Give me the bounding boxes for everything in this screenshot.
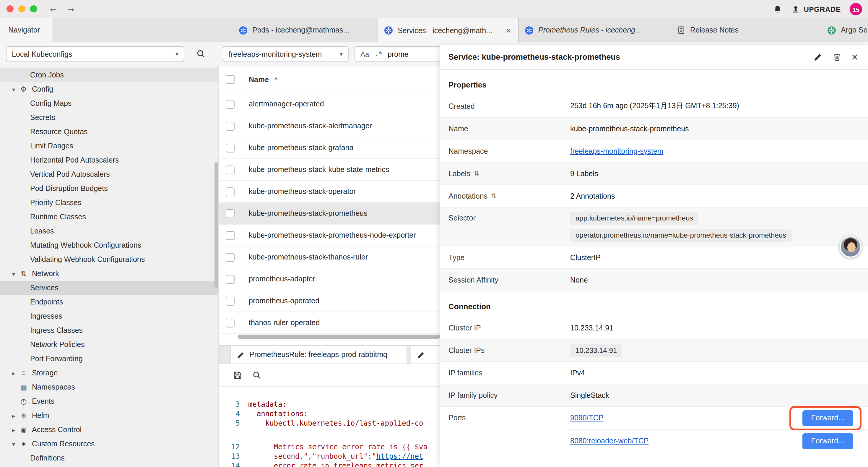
updown-icon: ⇅ [18,269,30,278]
table-row-prometheus-adapter[interactable]: prometheus-adapter [219,268,440,290]
table-row-alertmanager-operated[interactable]: alertmanager-operated [219,93,440,115]
sidebar-item-validating-webhook-configurations[interactable]: Validating Webhook Configurations [0,253,218,267]
sidebar-item-access-control[interactable]: ▸◉Access Control [0,423,218,437]
sidebar-item-resource-quotas[interactable]: Resource Quotas [0,125,218,139]
table-row-thanos-ruler-operated[interactable]: thanos-ruler-operated [219,312,440,334]
row-checkbox[interactable] [226,274,235,284]
regex-toggle[interactable]: .* [374,50,382,58]
detail-link-freeleaps-monitoring-system[interactable]: freeleaps-monitoring-system [570,147,663,155]
row-checkbox[interactable] [226,318,235,327]
namespace-select[interactable]: freeleaps-monitoring-system ▾ [223,46,349,62]
sidebar-item-endpoints[interactable]: Endpoints [0,295,218,309]
sort-updown-icon[interactable]: ⇅ [491,192,496,200]
chevron-down-icon[interactable]: ▾ [9,270,18,277]
tab-services-icecheng-math[interactable]: Services - icecheng@math...× [378,18,519,42]
sidebar-item-limit-ranges[interactable]: Limit Ranges [0,139,218,153]
row-checkbox[interactable] [226,143,235,152]
sidebar-item-config[interactable]: ▾⚙Config [0,82,218,96]
bell-icon[interactable] [773,4,782,14]
chevron-right-icon[interactable]: ▸ [9,370,18,376]
editor-search-icon[interactable] [252,371,261,380]
tab-prometheus-rules-icecheng[interactable]: Prometheus Rules - icecheng... [519,18,671,42]
table-row-kube-prometheus-stack-prometheus[interactable]: kube-prometheus-stack-prometheus [219,203,440,225]
table-row-kube-prometheus-stack-grafana[interactable]: kube-prometheus-stack-grafana [219,137,440,159]
sidebar-item-runtime-classes[interactable]: Runtime Classes [0,210,218,224]
port-link-9090-tcp[interactable]: 9090/TCP [570,414,603,422]
row-checkbox[interactable] [226,99,235,109]
table-row-kube-prometheus-stack-operator[interactable]: kube-prometheus-stack-operator [219,181,440,203]
notification-badge[interactable]: 15 [850,3,862,16]
folded-region[interactable] [219,428,440,442]
forward-button-9090-tcp[interactable]: Forward... [802,410,853,426]
match-case-toggle[interactable]: Aa [361,50,369,58]
sidebar-item-custom-resources[interactable]: ▾∗Custom Resources [0,437,218,451]
table-row-kube-prometheus-stack-kube-state-metrics[interactable]: kube-prometheus-stack-kube-state-metrics [219,159,440,181]
sidebar-item-config-maps[interactable]: Config Maps [0,96,218,111]
table-row-kube-prometheus-stack-alertmanager[interactable]: kube-prometheus-stack-alertmanager [219,115,440,137]
row-checkbox[interactable] [226,253,235,262]
table-search-input[interactable]: Aa .* prome [354,46,442,62]
sidebar-item-mutating-webhook-configurations[interactable]: Mutating Webhook Configurations [0,238,218,253]
table-row-kube-prometheus-stack-prometheus-node-exporter[interactable]: kube-prometheus-stack-prometheus-node-ex… [219,225,440,246]
select-all-checkbox[interactable] [226,75,235,84]
upgrade-button[interactable]: UPGRADE [791,5,841,13]
row-checkbox[interactable] [226,121,235,130]
sidebar-item-events[interactable]: ◷Events [0,394,218,408]
navigator-panel-tab[interactable]: Navigator [0,18,53,42]
sidebar-item-ingress-classes[interactable]: Ingress Classes [0,323,218,338]
back-icon[interactable]: ← [49,3,58,13]
close-icon[interactable]: × [851,52,858,63]
sort-updown-icon[interactable]: ⇅ [474,170,479,177]
sidebar-search-icon[interactable] [196,49,206,59]
delete-icon[interactable] [833,53,841,61]
sidebar-item-ingresses[interactable]: Ingresses [0,309,218,323]
window-minimize-button[interactable] [18,5,25,12]
tab-argo-se[interactable]: Argo Se [821,18,868,42]
sidebar-item-secrets[interactable]: Secrets [0,111,218,125]
row-checkbox[interactable] [226,187,235,196]
kubeconfig-select[interactable]: Local Kubeconfigs ▾ [6,46,184,62]
assistant-avatar[interactable] [840,236,862,258]
sidebar-item-port-forwarding[interactable]: Port Forwarding [0,352,218,366]
tab-close-icon[interactable]: × [505,25,512,35]
chevron-down-icon[interactable]: ▾ [9,86,18,92]
tab-pods-icecheng-mathmas[interactable]: Pods - icecheng@mathmas... [233,18,378,42]
horizontal-scrollbar[interactable] [238,334,440,339]
row-checkbox[interactable] [226,231,235,240]
sidebar-item-definitions[interactable]: Definitions [0,451,218,465]
forward-icon[interactable]: → [66,3,75,13]
edit-icon[interactable] [814,53,823,61]
sidebar-item-vertical-pod-autoscalers[interactable]: Vertical Pod Autoscalers [0,167,218,181]
port-link-8080-reloader-web-tcp[interactable]: 8080:reloader-web/TCP [570,437,649,445]
sidebar-item-services[interactable]: Services [0,281,218,295]
sidebar-item-network[interactable]: ▾⇅Network [0,267,218,281]
chevron-right-icon[interactable]: ▸ [9,412,18,419]
sidebar-item-network-policies[interactable]: Network Policies [0,338,218,352]
sidebar-item-helm[interactable]: ▸⎈Helm [0,408,218,423]
tab-release-notes[interactable]: Release Notes [671,18,821,42]
name-column-header[interactable]: Name [249,76,269,84]
sidebar-scrollbar[interactable] [215,162,218,288]
sidebar-item-storage[interactable]: ▸≡Storage [0,366,218,380]
row-checkbox[interactable] [226,209,235,218]
window-close-button[interactable] [6,5,13,12]
save-icon[interactable] [233,370,242,380]
table-row-kube-prometheus-stack-thanos-ruler[interactable]: kube-prometheus-stack-thanos-ruler [219,246,440,268]
sidebar-item-cron-jobs[interactable]: Cron Jobs [0,68,218,82]
sidebar-item-namespaces[interactable]: ▦Namespaces [0,380,218,394]
editor-tab-partial[interactable] [411,346,440,363]
window-maximize-button[interactable] [30,5,37,12]
editor-tab-prometheusrule[interactable]: PrometheusRule: freeleaps-prod-rabbitmq [230,346,407,363]
row-checkbox[interactable] [226,296,235,305]
table-row-prometheus-operated[interactable]: prometheus-operated [219,290,440,312]
sidebar-item-pod-disruption-budgets[interactable]: Pod Disruption Budgets [0,181,218,196]
forward-button-8080-reloader-web-tcp[interactable]: Forward... [802,433,853,449]
chevron-right-icon[interactable]: ▸ [9,427,18,433]
chevron-down-icon[interactable]: ▾ [9,441,18,447]
yaml-editor[interactable]: 3metadata:4 annotations:5 kubectl.kubern… [219,387,440,467]
forward-button-annotation: Forward... [802,410,853,426]
sidebar-item-leases[interactable]: Leases [0,224,218,238]
sidebar-item-horizontal-pod-autoscalers[interactable]: Horizontal Pod Autoscalers [0,153,218,167]
sidebar-item-priority-classes[interactable]: Priority Classes [0,196,218,210]
row-checkbox[interactable] [226,165,235,174]
